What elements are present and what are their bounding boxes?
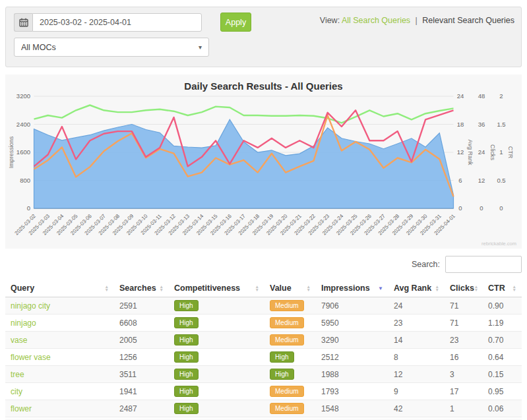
clicks-cell: 23	[445, 332, 483, 349]
apply-button[interactable]: Apply	[220, 13, 251, 32]
searches-cell: 3511	[114, 366, 169, 383]
sort-icon[interactable]: ▲▼	[512, 285, 516, 291]
svg-text:2400: 2400	[16, 121, 30, 128]
svg-text:12: 12	[478, 177, 485, 184]
view-label: View:	[320, 16, 340, 25]
chart-panel: Daily Search Results - All Queries 08001…	[5, 75, 522, 249]
column-label: Searches	[119, 284, 156, 293]
filters-panel: Apply All MOCs ▾ View: All Search Querie…	[5, 7, 522, 67]
queries-table: Query▲▼Searches▲▼Competitiveness▲▼Value▲…	[5, 280, 522, 420]
column-label: CTR	[488, 284, 505, 293]
clicks-cell: 1	[445, 400, 483, 417]
svg-text:48: 48	[478, 92, 485, 100]
impressions-cell: 2512	[316, 349, 388, 366]
avg-rank-cell: 8	[388, 349, 445, 366]
query-link[interactable]: flower vase	[11, 353, 51, 362]
table-search-input[interactable]	[445, 256, 522, 273]
query-link[interactable]: flower	[11, 404, 32, 413]
date-range-group	[14, 13, 202, 32]
table-row: vase2005HighMedium329014230.70	[5, 332, 522, 349]
query-link[interactable]: ninjago	[11, 318, 36, 328]
svg-text:0: 0	[27, 204, 30, 212]
table-row: flower2487HighMedium15484210.06	[5, 400, 522, 417]
competitiveness-cell: High	[169, 315, 264, 332]
sort-icon[interactable]: ▲▼	[255, 285, 259, 291]
badge-high: High	[270, 369, 294, 380]
query-link[interactable]: tree	[11, 370, 24, 379]
sort-icon[interactable]: ▲▼	[435, 285, 439, 291]
view-link-all-search-queries[interactable]: All Search Queries	[342, 16, 410, 25]
column-header-competitiveness[interactable]: Competitiveness▲▼	[169, 280, 264, 297]
svg-text:CTR: CTR	[507, 146, 514, 159]
column-header-searches[interactable]: Searches▲▼	[114, 280, 169, 297]
svg-text:0: 0	[480, 204, 483, 212]
column-header-avg-rank[interactable]: Avg Rank▲▼	[388, 280, 445, 297]
searches-cell: 1256	[114, 349, 169, 366]
column-label: Competitiveness	[174, 284, 240, 293]
competitiveness-cell: High	[169, 400, 264, 417]
value-cell: Medium	[264, 315, 316, 332]
badge-high: High	[174, 334, 199, 345]
sort-icon[interactable]: ▲▼	[160, 285, 164, 291]
clicks-cell: 71	[445, 315, 483, 332]
badge-medium: Medium	[270, 386, 304, 397]
svg-text:1600: 1600	[16, 148, 30, 156]
query-link[interactable]: city	[11, 387, 22, 396]
searches-cell: 2005	[114, 332, 169, 349]
column-label: Value	[270, 284, 292, 293]
column-header-clicks[interactable]: Clicks▲▼	[445, 280, 483, 297]
avg-rank-cell: 14	[388, 332, 445, 349]
table-row: city1941HighMedium17939170.95	[5, 383, 522, 400]
competitiveness-cell: High	[169, 332, 264, 349]
badge-high: High	[174, 369, 199, 380]
table-row: flower vase1256HighHigh25128160.64	[5, 349, 522, 366]
competitiveness-cell: High	[169, 366, 264, 383]
svg-text:2: 2	[499, 92, 503, 100]
sort-desc-icon[interactable]: ▼	[378, 285, 383, 291]
sort-icon[interactable]: ▲▼	[307, 285, 311, 291]
sort-icon[interactable]: ▲▼	[105, 285, 109, 291]
sort-icon[interactable]: ▲▼	[474, 285, 478, 291]
clicks-cell: 3	[445, 366, 483, 383]
searches-cell: 6608	[114, 315, 169, 332]
value-cell: Medium	[264, 332, 316, 349]
svg-text:24: 24	[478, 148, 485, 156]
moc-filter-value: All MOCs	[21, 43, 56, 52]
search-analytics-page: Apply All MOCs ▾ View: All Search Querie…	[0, 0, 527, 420]
competitiveness-cell: High	[169, 349, 264, 366]
searches-cell: 2487	[114, 400, 169, 417]
svg-text:Impressions: Impressions	[8, 136, 15, 168]
view-switcher: View: All Search Queries | Relevant Sear…	[320, 16, 514, 25]
searches-cell: 2591	[114, 297, 169, 315]
column-header-query[interactable]: Query▲▼	[5, 280, 114, 297]
searches-cell: 1941	[114, 383, 169, 400]
impressions-cell: 5950	[316, 315, 388, 332]
svg-text:800: 800	[20, 177, 30, 184]
column-header-ctr[interactable]: CTR▲▼	[483, 280, 522, 297]
badge-medium: Medium	[270, 300, 304, 311]
daily-search-chart: 08001600240032000612182401224364800.511.…	[5, 92, 522, 247]
watermark: rebrickable.com	[481, 241, 516, 247]
query-link[interactable]: vase	[11, 336, 27, 345]
ctr-cell: 1.19	[483, 315, 522, 332]
badge-medium: Medium	[270, 317, 304, 328]
svg-text:1: 1	[499, 148, 503, 156]
query-link[interactable]: ninjago city	[11, 301, 50, 311]
badge-medium: Medium	[270, 334, 304, 345]
date-range-input[interactable]	[32, 13, 202, 32]
moc-filter-select[interactable]: All MOCs ▾	[14, 38, 209, 57]
clicks-cell: 16	[445, 349, 483, 366]
view-link-relevant-search-queries[interactable]: Relevant Search Queries	[422, 16, 514, 25]
impressions-cell: 1548	[316, 400, 388, 417]
column-header-value[interactable]: Value▲▼	[264, 280, 316, 297]
view-separator: |	[416, 16, 418, 25]
avg-rank-cell: 24	[388, 297, 445, 315]
svg-text:Clicks: Clicks	[489, 144, 496, 160]
chart-title: Daily Search Results - All Queries	[5, 75, 522, 92]
column-header-impressions[interactable]: Impressions▼	[316, 280, 388, 297]
competitiveness-cell: High	[169, 383, 264, 400]
badge-high: High	[174, 317, 199, 328]
ctr-cell: 0.06	[483, 400, 522, 417]
column-label: Avg Rank	[394, 284, 431, 293]
value-cell: Medium	[264, 400, 316, 417]
